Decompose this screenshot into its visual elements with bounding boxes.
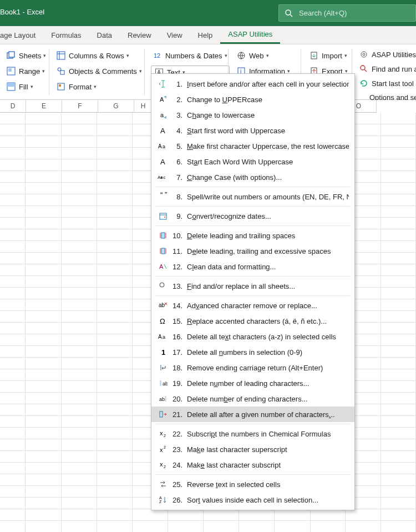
menu-item-3[interactable]: a3.Change to lowercase <box>151 107 354 123</box>
web-button[interactable]: Web▾ <box>235 50 292 61</box>
cell[interactable] <box>26 393 61 404</box>
cell[interactable] <box>26 486 61 498</box>
cell[interactable] <box>26 148 61 159</box>
cell[interactable] <box>26 218 61 229</box>
menu-item-20[interactable]: ab20.Delete number of ending characters.… <box>151 391 354 406</box>
menu-item-10[interactable]: 10.Delete leading and trailing spaces <box>151 228 354 243</box>
cell[interactable] <box>97 159 133 171</box>
cell[interactable] <box>26 159 61 171</box>
cell[interactable] <box>0 229 26 241</box>
cell[interactable] <box>381 323 416 334</box>
cell[interactable] <box>26 113 61 124</box>
menu-item-2[interactable]: A2.Change to UPPERcase <box>151 92 354 107</box>
cell[interactable] <box>97 136 133 148</box>
menu-item-16[interactable]: Aa16.Delete all text characters (a-z) in… <box>151 329 354 344</box>
cell[interactable] <box>204 509 239 521</box>
cell[interactable] <box>26 229 61 241</box>
cell[interactable] <box>381 393 416 404</box>
cell[interactable] <box>0 358 26 369</box>
cell[interactable] <box>0 218 26 229</box>
col-head-E[interactable]: E <box>26 100 62 113</box>
cell[interactable] <box>62 288 97 299</box>
cell[interactable] <box>311 509 346 521</box>
cell[interactable] <box>26 369 61 381</box>
cell[interactable] <box>0 474 26 486</box>
menu-item-4[interactable]: A4.Start first word with Uppercase <box>151 123 354 138</box>
cell[interactable] <box>381 148 416 159</box>
cell[interactable] <box>97 264 133 276</box>
tab-review[interactable]: Review <box>120 26 159 44</box>
cell[interactable] <box>62 451 97 463</box>
columns-rows-button[interactable]: Columns & Rows▾ <box>54 50 144 61</box>
cell[interactable] <box>62 428 97 439</box>
cell[interactable] <box>26 463 61 474</box>
cell[interactable] <box>381 194 416 206</box>
cell[interactable] <box>26 498 61 509</box>
cell[interactable] <box>0 381 26 393</box>
cell[interactable] <box>26 206 61 218</box>
tab-asap-utilities[interactable]: ASAP Utilities <box>220 26 280 44</box>
cell[interactable] <box>62 404 97 416</box>
menu-item-21[interactable]: 21.Delete all after a given number of ch… <box>151 406 354 422</box>
cell[interactable] <box>62 486 97 498</box>
cell[interactable] <box>381 416 416 428</box>
objects-comments-button[interactable]: Objects & Comments▾ <box>54 66 144 77</box>
cell[interactable] <box>97 428 133 439</box>
cell[interactable] <box>381 206 416 218</box>
cell[interactable] <box>0 393 26 404</box>
cell[interactable] <box>0 276 26 288</box>
cell[interactable] <box>0 241 26 253</box>
cell[interactable] <box>97 486 133 498</box>
asap-options-button[interactable]: ASAP Utilities O <box>357 49 416 60</box>
cell[interactable] <box>62 311 97 323</box>
menu-item-23[interactable]: x223.Make last character superscript <box>151 441 354 457</box>
cell[interactable] <box>26 451 61 463</box>
cell[interactable] <box>0 323 26 334</box>
cell[interactable] <box>239 509 275 521</box>
cell[interactable] <box>239 521 275 532</box>
col-head-G[interactable]: G <box>98 100 134 113</box>
cell[interactable] <box>62 194 97 206</box>
cell[interactable] <box>62 159 97 171</box>
cell[interactable] <box>97 218 133 229</box>
cell[interactable] <box>0 311 26 323</box>
col-head-H[interactable]: H <box>134 100 152 113</box>
cell[interactable] <box>97 171 133 183</box>
cell[interactable] <box>97 521 133 532</box>
tab-help[interactable]: Help <box>190 26 221 44</box>
cell[interactable] <box>97 113 133 124</box>
cell[interactable] <box>381 229 416 241</box>
cell[interactable] <box>381 509 416 521</box>
cell[interactable] <box>381 264 416 276</box>
cell[interactable] <box>381 159 416 171</box>
cell[interactable] <box>97 124 133 136</box>
cell[interactable] <box>26 334 61 346</box>
cell[interactable] <box>97 381 133 393</box>
menu-item-26[interactable]: AZ26.Sort values inside each cell in sel… <box>151 492 354 508</box>
cell[interactable] <box>381 171 416 183</box>
cell[interactable] <box>26 183 61 194</box>
cell[interactable] <box>97 299 133 311</box>
cell[interactable] <box>97 323 133 334</box>
cell[interactable] <box>97 241 133 253</box>
cell[interactable] <box>0 299 26 311</box>
cell[interactable] <box>0 439 26 451</box>
cell[interactable] <box>0 498 26 509</box>
cell[interactable] <box>133 509 168 521</box>
cell[interactable] <box>204 521 239 532</box>
cell[interactable] <box>97 148 133 159</box>
col-head-F[interactable]: F <box>62 100 98 113</box>
cell[interactable] <box>26 323 61 334</box>
cell[interactable] <box>346 509 381 521</box>
cell[interactable] <box>26 358 61 369</box>
cell[interactable] <box>97 358 133 369</box>
cell[interactable] <box>381 113 416 124</box>
cell[interactable] <box>133 521 168 532</box>
cell[interactable] <box>26 253 61 264</box>
cell[interactable] <box>0 183 26 194</box>
cell[interactable] <box>381 474 416 486</box>
cell[interactable] <box>97 311 133 323</box>
cell[interactable] <box>97 463 133 474</box>
cell[interactable] <box>275 509 310 521</box>
menu-item-24[interactable]: x224.Make last character subscript <box>151 457 354 473</box>
